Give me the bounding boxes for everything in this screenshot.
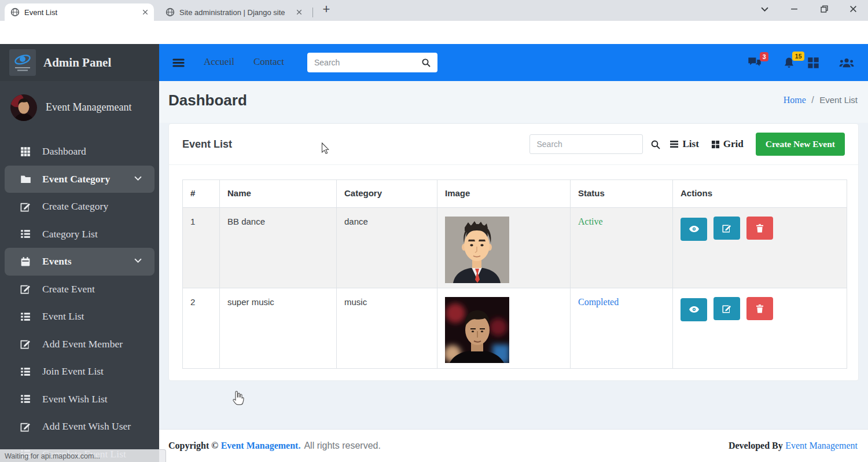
navbar-search-input[interactable] — [314, 58, 421, 67]
mouse-hand-cursor — [230, 390, 244, 406]
edit-button[interactable] — [713, 217, 740, 240]
eye-icon — [689, 306, 700, 313]
sidebar-item-events[interactable]: Events — [5, 248, 155, 276]
table-search[interactable] — [529, 134, 643, 154]
breadcrumb: Home / Event List — [784, 95, 858, 105]
sidebar-item-label: Events — [42, 255, 72, 267]
nav-link-contact[interactable]: Contact — [253, 56, 284, 68]
user-avatar — [10, 94, 37, 121]
sidebar-user[interactable]: Event Managemeant — [0, 81, 159, 125]
notifications-button[interactable]: 15 — [783, 57, 795, 69]
breadcrumb-home-link[interactable]: Home — [784, 95, 806, 105]
event-name: super music — [220, 288, 337, 369]
sidebar-item-event-list[interactable]: Event List — [0, 303, 159, 331]
copyright-text: Copyright © — [168, 441, 218, 451]
table-search-input[interactable] — [536, 140, 636, 149]
sidebar-item-dashboard[interactable]: Dashboard — [0, 138, 159, 166]
tab-close-icon[interactable] — [296, 9, 302, 15]
col-number: # — [183, 180, 220, 208]
actions-cell — [673, 288, 847, 369]
edit-icon — [722, 304, 731, 313]
row-number: 1 — [183, 208, 220, 288]
new-tab-button[interactable]: + — [318, 2, 334, 18]
navbar-search[interactable] — [307, 53, 437, 72]
footer: Copyright © Event Management. All rights… — [159, 429, 868, 462]
apps-grid-button[interactable] — [807, 57, 819, 69]
mouse-arrow-cursor — [321, 142, 330, 155]
trash-icon — [756, 223, 764, 233]
nav-link-accueil[interactable]: Accueil — [204, 56, 234, 68]
grid-view-label: Grid — [723, 138, 744, 150]
sidebar-item-label: Event Category — [42, 173, 110, 185]
sidebar-item-label: Create Category — [42, 200, 108, 212]
grid-view-toggle[interactable]: Grid — [711, 138, 744, 150]
sidebar-menu: Dashboard Event Category Create Category… — [0, 138, 159, 462]
close-window-icon[interactable] — [849, 5, 857, 13]
sidebar-item-category-list[interactable]: Category List — [0, 221, 159, 248]
edit-icon — [20, 284, 31, 294]
page-header — [159, 81, 868, 123]
users-icon — [839, 57, 854, 69]
browser-toolbar: ← → 127.0.0.1:8000/events/event-list/ ⋮ — [0, 21, 868, 44]
table-row: 2 super music music — [183, 288, 847, 369]
tab-title: Event List — [24, 8, 142, 17]
breadcrumb-separator: / — [811, 95, 814, 105]
browser-tab-strip: Event List Site administration | Django … — [0, 0, 868, 21]
developer-link[interactable]: Event Management — [785, 441, 858, 451]
notifications-badge: 15 — [792, 52, 804, 61]
edit-icon — [20, 421, 31, 432]
col-image: Image — [437, 180, 571, 208]
delete-button[interactable] — [746, 297, 773, 320]
col-status: Status — [571, 180, 673, 208]
sidebar-item-create-category[interactable]: Create Category — [0, 193, 159, 221]
sidebar-item-label: Add Event Wish User — [42, 420, 131, 432]
create-new-event-button[interactable]: Create New Event — [756, 133, 845, 156]
status-badge: Completed — [571, 288, 673, 369]
tab-event-list[interactable]: Event List — [5, 3, 154, 21]
messages-button[interactable]: 3 — [748, 57, 762, 68]
sidebar: Event Managemeant Dashboard Event Catego… — [0, 81, 159, 462]
event-list-card: Event List List Grid Create New Event # … — [168, 123, 859, 381]
event-image-cell — [437, 208, 571, 288]
eye-icon — [689, 225, 700, 233]
globe-favicon-icon — [10, 8, 20, 17]
sidebar-item-label: Event Wish List — [42, 393, 108, 405]
tab-django-admin[interactable]: Site administration | Django site — [161, 3, 307, 21]
sidebar-item-label: Join Event List — [42, 365, 104, 377]
hamburger-menu-icon[interactable] — [172, 56, 185, 69]
search-icon[interactable] — [650, 140, 660, 149]
edit-icon — [20, 339, 31, 349]
edit-icon — [722, 223, 731, 233]
row-number: 2 — [183, 288, 220, 369]
sidebar-item-event-wish-list[interactable]: Event Wish List — [0, 386, 159, 413]
users-button[interactable] — [839, 57, 854, 69]
photo-avatar-image — [445, 297, 509, 363]
event-image-cell — [437, 288, 571, 369]
status-badge: Active — [571, 208, 673, 288]
tab-close-icon[interactable] — [142, 9, 148, 15]
delete-button[interactable] — [746, 217, 773, 240]
minimize-icon[interactable] — [790, 5, 798, 13]
sidebar-item-join-event-list[interactable]: Join Event List — [0, 358, 159, 386]
trash-icon — [756, 304, 764, 313]
sidebar-item-event-category[interactable]: Event Category — [5, 166, 155, 193]
search-icon[interactable] — [421, 58, 431, 67]
sidebar-item-add-event-wish-user[interactable]: Add Event Wish User — [0, 413, 159, 441]
browser-menu-chevron-icon[interactable] — [761, 7, 768, 12]
event-image — [445, 297, 509, 364]
card-title: Event List — [182, 138, 529, 151]
messages-badge: 3 — [760, 52, 768, 61]
sidebar-item-add-event-member[interactable]: Add Event Member — [0, 331, 159, 358]
footer-brand-link[interactable]: Event Management. — [221, 441, 301, 451]
view-button[interactable] — [681, 298, 707, 321]
view-button[interactable] — [681, 218, 707, 241]
edit-button[interactable] — [713, 297, 740, 320]
restore-window-icon[interactable] — [821, 5, 828, 13]
list-view-toggle[interactable]: List — [670, 138, 698, 150]
sidebar-item-create-event[interactable]: Create Event — [0, 276, 159, 303]
edit-icon — [20, 201, 31, 212]
grid-icon — [20, 146, 31, 157]
sidebar-item-label: Add Event Member — [42, 338, 123, 350]
brand-title: Admin Panel — [43, 56, 111, 70]
card-header: Event List List Grid Create New Event — [169, 124, 858, 165]
